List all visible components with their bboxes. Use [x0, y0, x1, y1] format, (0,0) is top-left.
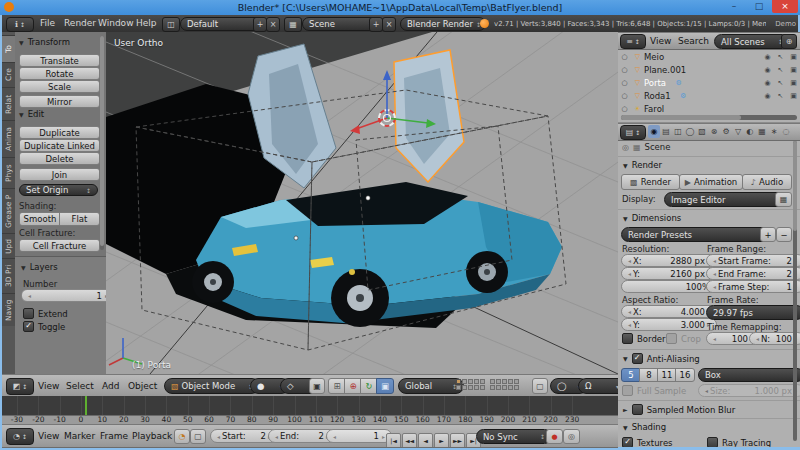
current-frame-field[interactable]: ◂1▸	[326, 429, 392, 443]
shading-section-header[interactable]: ▼Shading	[623, 422, 666, 432]
layer-toggle[interactable]	[508, 379, 513, 384]
tool-shelf-scrollbar[interactable]	[100, 36, 104, 250]
menu-tl-marker[interactable]: Marker	[64, 425, 95, 447]
av-sync-select[interactable]: No Sync↕	[476, 429, 552, 444]
outliner-scrollbar[interactable]	[621, 115, 797, 120]
menu-object[interactable]: Object	[128, 375, 157, 397]
mirror-button[interactable]: Mirror	[19, 95, 100, 108]
menu-tl-playback[interactable]: Playback	[132, 425, 172, 447]
renderable-icon[interactable]: ▣	[787, 79, 800, 87]
resolution-percentage-slider[interactable]: 100%	[621, 280, 717, 293]
extend-checkbox[interactable]: ✓Extend	[23, 308, 68, 319]
editor-type-button-info[interactable]: ℹ↕	[6, 17, 34, 32]
start-frame-prop-field[interactable]: ◂Start Frame:2▸	[706, 254, 800, 267]
playback-jump-to-next-keyframe-button[interactable]: ►►	[450, 433, 465, 449]
menu-render[interactable]: Render	[64, 15, 96, 32]
motion-blur-section-header[interactable]: ►✓Sampled Motion Blur	[623, 404, 735, 415]
properties-tab-scene-icon[interactable]: ◫	[672, 125, 684, 138]
dimensions-section-header[interactable]: ▼Dimensions	[623, 213, 681, 223]
crop-checkbox[interactable]: ✓Crop	[666, 333, 701, 344]
visibility-eye-icon[interactable]: ◉	[761, 92, 774, 100]
shelf-tab-grease-pencil[interactable]: Grease P	[2, 188, 15, 233]
shelf-tab-relations[interactable]: Relat	[2, 87, 15, 120]
selectable-icon[interactable]: ↖	[774, 79, 787, 87]
screen-layout-icon[interactable]: ◫	[162, 17, 180, 32]
visibility-eye-icon[interactable]: ◉	[761, 53, 774, 61]
number-slider[interactable]: ◂1▸	[21, 289, 115, 302]
shelf-tab-3d-print[interactable]: 3D Pri	[2, 258, 15, 293]
selectable-icon[interactable]: ↖	[774, 92, 787, 100]
disclosure-icon[interactable]: ○	[618, 105, 631, 113]
layer-toggle[interactable]	[462, 379, 467, 384]
renderable-icon[interactable]: ▣	[787, 53, 800, 61]
outliner-item-roda1[interactable]: ○▽ Roda1⚙ ◉↖▣	[618, 89, 800, 102]
cell-fracture-button[interactable]: Cell Fracture	[19, 239, 100, 252]
aa-size-field[interactable]: ◂Size:1.000 px▸	[698, 384, 800, 397]
properties-tab-world-icon[interactable]: ◯	[684, 125, 696, 138]
join-button[interactable]: Join	[19, 168, 100, 181]
outliner-item-plane001[interactable]: ○▽ Plane.001 ◉↖▣	[618, 63, 800, 76]
interaction-mode-select[interactable]: ▧Object Mode↕	[164, 378, 260, 394]
outliner-menu-search[interactable]: Search	[678, 33, 709, 49]
render-animation-button[interactable]: ▶Animation	[679, 174, 743, 190]
editor-type-button-properties[interactable]: ▤↕	[620, 125, 646, 140]
menu-select[interactable]: Select	[66, 375, 94, 397]
set-origin-select[interactable]: Set Origin↕	[19, 184, 98, 196]
outliner-menu-view[interactable]: View	[650, 33, 671, 49]
renderable-icon[interactable]: ▣	[787, 92, 800, 100]
resolution-x-field[interactable]: ◂X:2880 px▸	[621, 254, 717, 267]
delete-button[interactable]: Delete	[19, 152, 100, 165]
edit-panel-header[interactable]: ▼Edit	[19, 109, 44, 119]
shelf-tab-tools[interactable]: To	[2, 35, 15, 62]
aa-samples-11-button[interactable]: 11	[657, 368, 677, 382]
menu-add[interactable]: Add	[102, 375, 119, 397]
layer-toggle[interactable]	[502, 385, 507, 390]
anti-aliasing-checkbox[interactable]: ✓	[632, 353, 643, 364]
properties-tab-object-icon[interactable]: ▧	[696, 125, 708, 138]
full-sample-checkbox[interactable]: ✓Full Sample	[622, 385, 686, 396]
translate-button[interactable]: Translate	[19, 54, 100, 67]
disclosure-icon[interactable]: ○	[618, 92, 631, 100]
aa-samples-5-button[interactable]: 5	[621, 368, 641, 382]
editor-type-button-timeline[interactable]: ◔↕	[6, 428, 34, 445]
layer-toggle[interactable]	[468, 385, 473, 390]
shelf-tab-animation[interactable]: Anima	[2, 120, 15, 157]
display-options-icon[interactable]: ▦	[775, 192, 792, 207]
renderable-icon[interactable]: ▣	[787, 66, 800, 74]
playback-jump-to-prev-keyframe-button[interactable]: ◄◄	[402, 433, 417, 449]
layer-toggle[interactable]	[474, 385, 479, 390]
keying-set-icon[interactable]: ▢	[190, 429, 206, 444]
menu-view[interactable]: View	[38, 375, 59, 397]
properties-tab-render-layers-icon[interactable]: ▤	[660, 125, 672, 138]
menu-help[interactable]: Help	[136, 15, 157, 32]
time-icon[interactable]: ◔	[174, 429, 190, 444]
aa-samples-8-button[interactable]: 8	[639, 368, 659, 382]
layer-toggle[interactable]	[502, 379, 507, 384]
scene-icon[interactable]: ▦	[284, 17, 302, 32]
render-engine-select[interactable]: Blender Render↕	[400, 17, 486, 31]
playback-play-reverse-button[interactable]: ◄	[418, 433, 433, 449]
menu-tl-view[interactable]: View	[38, 425, 59, 447]
disclosure-icon[interactable]: ○	[618, 53, 631, 61]
layer-toggle[interactable]	[514, 379, 519, 384]
properties-tab-render-icon[interactable]: ◉	[648, 125, 660, 138]
render-section-header[interactable]: ▼Render	[623, 160, 662, 170]
transform-panel-header[interactable]: ▼Transform	[19, 37, 70, 47]
frame-rate-select[interactable]: 29.97 fps↕	[706, 305, 800, 320]
layer-toggle[interactable]	[474, 379, 479, 384]
delete-scene-button[interactable]: ×	[382, 17, 396, 32]
timeline-ruler[interactable]: -30-20-100102030405060708090100110120130…	[2, 396, 618, 424]
properties-tab-material-icon[interactable]: ◐	[744, 125, 756, 138]
render-audio-button[interactable]: ♪Audio	[742, 174, 792, 190]
properties-tab-texture-icon[interactable]: ▦	[756, 125, 768, 138]
selectable-icon[interactable]: ↖	[774, 53, 787, 61]
add-scene-button[interactable]: +	[369, 17, 383, 32]
layer-toggle[interactable]	[456, 379, 461, 384]
layer-toggle[interactable]	[490, 385, 495, 390]
add-preset-button[interactable]: +	[760, 227, 776, 242]
aa-samples-16-button[interactable]: 16	[675, 368, 695, 382]
outliner-item-porta[interactable]: ○▽ Porta⚙ ◉↖▣	[618, 76, 800, 89]
textures-checkbox[interactable]: ✓Textures	[622, 437, 673, 447]
outliner-item-farol[interactable]: ○☀ Farol	[618, 102, 800, 115]
editor-type-button-outliner[interactable]: ≡↕	[620, 34, 646, 49]
